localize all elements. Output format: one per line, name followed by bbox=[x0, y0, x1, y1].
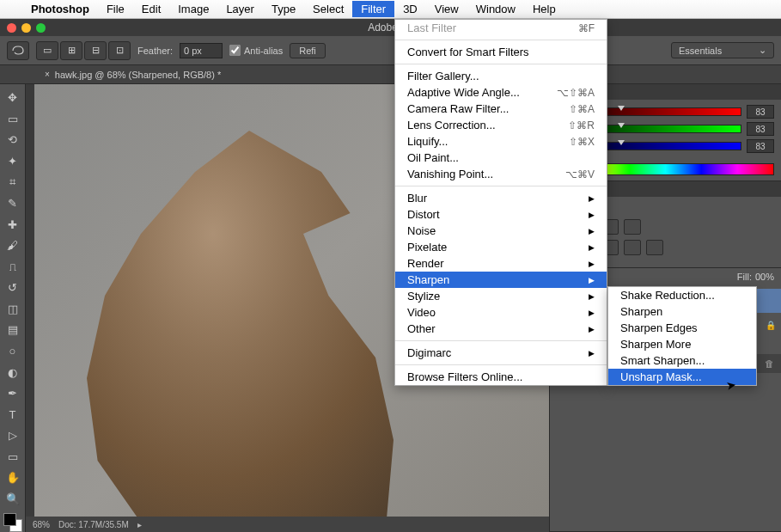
zoom-icon[interactable] bbox=[36, 23, 46, 33]
menu-edit[interactable]: Edit bbox=[133, 1, 169, 17]
healing-tool-icon[interactable]: ✚ bbox=[3, 214, 23, 235]
menu-file[interactable]: File bbox=[98, 1, 133, 17]
menu-browse-online[interactable]: Browse Filters Online... bbox=[395, 369, 607, 385]
submenu-arrow-icon: ▶ bbox=[589, 243, 595, 252]
submenu-arrow-icon: ▶ bbox=[589, 349, 595, 358]
menu-view[interactable]: View bbox=[426, 1, 467, 17]
filter-menu-dropdown: Last Filter⌘F Convert for Smart Filters … bbox=[394, 19, 607, 386]
lasso-tool-icon[interactable]: ⟲ bbox=[3, 130, 23, 150]
history-brush-icon[interactable]: ↺ bbox=[3, 278, 23, 298]
type-tool-icon[interactable]: T bbox=[3, 404, 23, 425]
menu-sharpen-edges[interactable]: Sharpen Edges bbox=[608, 320, 756, 336]
menu-stylize[interactable]: Stylize▶ bbox=[395, 288, 607, 304]
menu-layer[interactable]: Layer bbox=[217, 1, 263, 17]
brush-tool-icon[interactable]: 🖌 bbox=[3, 235, 23, 256]
menu-last-filter[interactable]: Last Filter⌘F bbox=[395, 20, 607, 36]
menu-convert-smart[interactable]: Convert for Smart Filters bbox=[395, 44, 607, 60]
menu-camera-raw[interactable]: Camera Raw Filter...⇧⌘A bbox=[395, 101, 607, 117]
menu-sharpen-filter[interactable]: Sharpen bbox=[608, 303, 756, 320]
lasso-tool-icon[interactable] bbox=[7, 41, 29, 60]
menu-pixelate[interactable]: Pixelate▶ bbox=[395, 239, 607, 255]
selection-new-icon[interactable]: ▭ bbox=[36, 41, 58, 60]
document-title: hawk.jpg @ 68% (Sharpened, RGB/8) * bbox=[55, 70, 221, 80]
menu-select[interactable]: Select bbox=[304, 1, 352, 17]
zoom-tool-icon[interactable]: 🔍 bbox=[3, 489, 23, 510]
photoshop-window: Adobe Ph ▭ ⊞ ⊟ ⊡ Feather: Anti-alias Ref… bbox=[0, 19, 781, 532]
marquee-tool-icon[interactable]: ▭ bbox=[3, 109, 23, 130]
menu-other[interactable]: Other▶ bbox=[395, 321, 607, 337]
menu-3d[interactable]: 3D bbox=[394, 1, 426, 17]
antialias-checkbox[interactable]: Anti-alias bbox=[229, 45, 283, 56]
selection-subtract-icon[interactable]: ⊟ bbox=[84, 41, 107, 60]
submenu-arrow-icon: ▶ bbox=[589, 276, 595, 284]
eyedropper-tool-icon[interactable]: ✎ bbox=[3, 193, 23, 214]
opacity-value[interactable]: 00% bbox=[755, 272, 774, 282]
menu-lens-correction[interactable]: Lens Correction...⇧⌘R bbox=[395, 117, 607, 133]
channelmixer-adj-icon[interactable] bbox=[646, 240, 663, 255]
menu-shake-reduction[interactable]: Shake Reduction... bbox=[608, 287, 756, 303]
menu-vanishing-point[interactable]: Vanishing Point...⌥⌘V bbox=[395, 166, 607, 182]
zoom-level[interactable]: 68% bbox=[33, 520, 50, 529]
close-icon[interactable] bbox=[7, 23, 16, 33]
menu-filter[interactable]: Filter bbox=[352, 1, 394, 17]
minimize-icon[interactable] bbox=[21, 23, 31, 33]
pen-tool-icon[interactable]: ✒ bbox=[3, 383, 23, 404]
menu-adaptive-wide[interactable]: Adaptive Wide Angle...⌥⇧⌘A bbox=[395, 84, 607, 101]
menu-smart-sharpen[interactable]: Smart Sharpen... bbox=[608, 352, 756, 369]
submenu-arrow-icon: ▶ bbox=[589, 260, 595, 268]
menu-unsharp-mask[interactable]: Unsharp Mask... bbox=[608, 369, 756, 385]
submenu-arrow-icon: ▶ bbox=[589, 211, 595, 219]
menu-render[interactable]: Render▶ bbox=[395, 255, 607, 272]
crop-tool-icon[interactable]: ⌗ bbox=[3, 172, 23, 193]
menu-digimarc[interactable]: Digimarc▶ bbox=[395, 345, 607, 361]
document-tab[interactable]: × hawk.jpg @ 68% (Sharpened, RGB/8) * bbox=[36, 67, 229, 83]
submenu-arrow-icon: ▶ bbox=[589, 194, 595, 203]
menu-window[interactable]: Window bbox=[467, 1, 524, 17]
exposure-adj-icon[interactable] bbox=[624, 219, 641, 235]
app-menu[interactable]: Photoshop bbox=[22, 1, 98, 17]
r-input[interactable] bbox=[747, 105, 774, 119]
menu-blur[interactable]: Blur▶ bbox=[395, 190, 607, 206]
menu-liquify[interactable]: Liquify...⇧⌘X bbox=[395, 133, 607, 150]
g-input[interactable] bbox=[747, 122, 774, 136]
menu-oil-paint[interactable]: Oil Paint... bbox=[395, 150, 607, 166]
options-bar: ▭ ⊞ ⊟ ⊡ Feather: Anti-alias Refi Essenti… bbox=[0, 36, 781, 65]
lock-icon: 🔒 bbox=[766, 321, 776, 330]
menu-sharpen-more[interactable]: Sharpen More bbox=[608, 336, 756, 352]
menu-type[interactable]: Type bbox=[263, 1, 304, 17]
foreground-color-swatch[interactable] bbox=[3, 513, 16, 526]
path-tool-icon[interactable]: ▷ bbox=[3, 425, 23, 446]
eraser-tool-icon[interactable]: ◫ bbox=[3, 299, 23, 320]
b-input[interactable] bbox=[747, 139, 774, 153]
workspace-dropdown[interactable]: Essentials⌄ bbox=[671, 42, 774, 58]
menu-distort[interactable]: Distort▶ bbox=[395, 206, 607, 223]
menu-noise[interactable]: Noise▶ bbox=[395, 223, 607, 239]
close-tab-icon[interactable]: × bbox=[45, 70, 50, 79]
submenu-arrow-icon: ▶ bbox=[589, 325, 595, 333]
selection-intersect-icon[interactable]: ⊡ bbox=[108, 41, 131, 60]
blur-tool-icon[interactable]: ○ bbox=[3, 341, 23, 362]
chevron-right-icon[interactable]: ▸ bbox=[137, 520, 142, 529]
stamp-tool-icon[interactable]: ⎍ bbox=[3, 257, 23, 278]
selection-add-icon[interactable]: ⊞ bbox=[60, 41, 82, 60]
photofilter-adj-icon[interactable] bbox=[624, 240, 641, 255]
refine-edge-button[interactable]: Refi bbox=[290, 43, 326, 58]
menu-filter-gallery[interactable]: Filter Gallery... bbox=[395, 68, 607, 84]
sharpen-submenu: Shake Reduction... Sharpen Sharpen Edges… bbox=[607, 286, 757, 386]
menu-image[interactable]: Image bbox=[169, 1, 217, 17]
feather-label: Feather: bbox=[137, 46, 173, 56]
hand-tool-icon[interactable]: ✋ bbox=[3, 468, 23, 488]
gradient-tool-icon[interactable]: ▤ bbox=[3, 320, 23, 340]
menu-help[interactable]: Help bbox=[524, 1, 564, 17]
color-swatches[interactable] bbox=[3, 513, 22, 532]
menu-video[interactable]: Video▶ bbox=[395, 304, 607, 321]
move-tool-icon[interactable]: ✥ bbox=[3, 88, 23, 108]
shape-tool-icon[interactable]: ▭ bbox=[3, 447, 23, 468]
traffic-lights bbox=[0, 23, 46, 33]
feather-input[interactable] bbox=[180, 43, 223, 58]
status-bar: 68% Doc: 17.7M/35.5M ▸ bbox=[26, 517, 549, 532]
wand-tool-icon[interactable]: ✦ bbox=[3, 151, 23, 172]
trash-icon[interactable]: 🗑 bbox=[765, 358, 774, 369]
dodge-tool-icon[interactable]: ◐ bbox=[3, 362, 23, 382]
menu-sharpen[interactable]: Sharpen▶ bbox=[395, 272, 607, 288]
